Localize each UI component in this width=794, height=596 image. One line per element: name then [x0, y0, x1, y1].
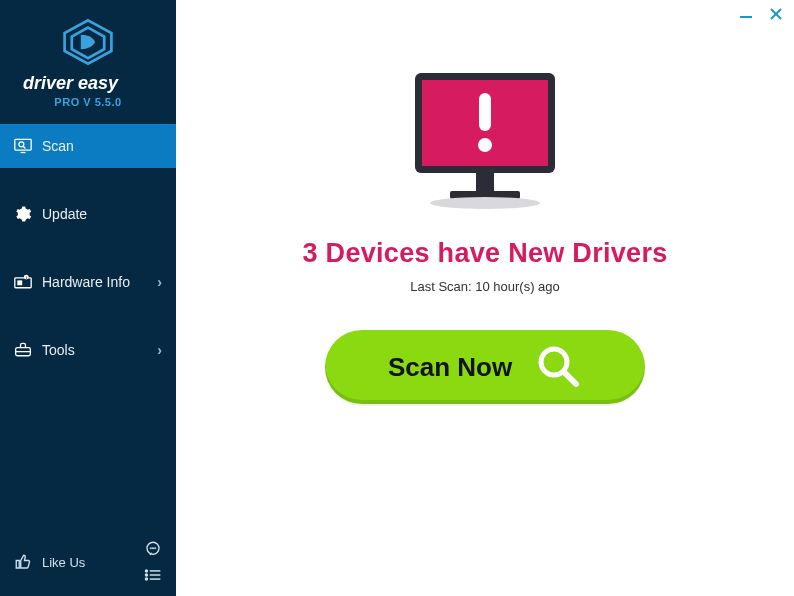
svg-point-8 — [19, 142, 24, 147]
svg-point-22 — [145, 574, 147, 576]
svg-point-19 — [155, 548, 156, 549]
search-screen-icon — [14, 137, 32, 155]
magnifier-icon — [534, 342, 582, 393]
thumbs-up-icon[interactable] — [14, 553, 32, 571]
app-window: driver easy PRO V 5.5.0 Scan — [0, 0, 794, 596]
svg-text:driver easy: driver easy — [23, 74, 119, 93]
svg-text:i: i — [26, 275, 27, 280]
minimize-button[interactable] — [738, 6, 754, 23]
toolbox-icon — [14, 341, 32, 359]
svg-point-24 — [145, 578, 147, 580]
sidebar-item-label: Update — [42, 206, 162, 222]
svg-rect-6 — [15, 139, 31, 150]
svg-line-34 — [564, 372, 576, 384]
svg-rect-28 — [476, 173, 494, 193]
sidebar-item-tools[interactable]: Tools › — [0, 328, 176, 372]
brand: driver easy PRO V 5.5.0 — [0, 0, 176, 122]
sidebar-item-update[interactable]: Update — [0, 192, 176, 236]
last-scan-text: Last Scan: 10 hour(s) ago — [410, 279, 560, 294]
sidebar-item-label: Tools — [42, 342, 147, 358]
alert-monitor-illustration — [400, 60, 570, 220]
sidebar-item-label: Hardware Info — [42, 274, 147, 290]
headline-text: 3 Devices have New Drivers — [302, 238, 667, 269]
sidebar-nav: Scan Update i — [0, 124, 176, 396]
sidebar-item-hardware-info[interactable]: i Hardware Info › — [0, 260, 176, 304]
svg-rect-31 — [479, 93, 491, 131]
gear-icon — [14, 205, 32, 223]
scan-now-label: Scan Now — [388, 352, 512, 383]
menu-list-icon[interactable] — [144, 566, 162, 584]
hardware-info-icon: i — [14, 273, 32, 291]
sidebar-item-label: Scan — [42, 138, 162, 154]
svg-point-32 — [478, 138, 492, 152]
svg-rect-11 — [17, 280, 22, 285]
chevron-right-icon: › — [157, 342, 162, 358]
svg-point-20 — [145, 570, 147, 572]
version-label: PRO V 5.5.0 — [0, 96, 176, 108]
chat-icon[interactable] — [144, 540, 162, 558]
logo-icon — [61, 18, 115, 66]
sidebar-footer: Like Us — [0, 540, 176, 584]
scan-now-button[interactable]: Scan Now — [325, 330, 645, 404]
svg-point-18 — [153, 548, 154, 549]
sidebar-item-scan[interactable]: Scan — [0, 124, 176, 168]
window-controls — [738, 6, 784, 23]
svg-point-17 — [150, 548, 151, 549]
close-button[interactable] — [768, 6, 784, 23]
sidebar: driver easy PRO V 5.5.0 Scan — [0, 0, 176, 596]
svg-line-9 — [23, 146, 25, 148]
brand-name: driver easy — [0, 74, 176, 94]
chevron-right-icon: › — [157, 274, 162, 290]
main-content: 3 Devices have New Drivers Last Scan: 10… — [176, 0, 794, 596]
svg-point-30 — [430, 197, 540, 209]
like-us-label[interactable]: Like Us — [42, 555, 85, 570]
